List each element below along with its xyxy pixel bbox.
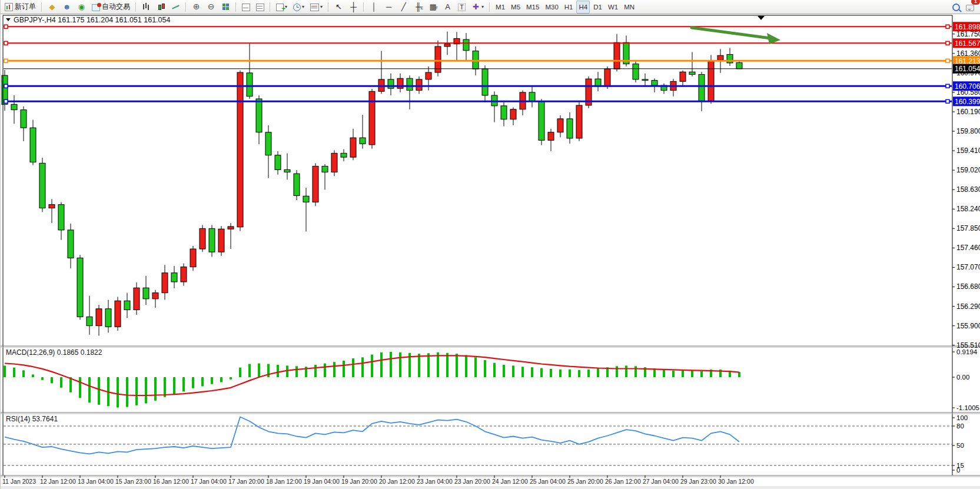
- indicator-window-icon[interactable]: [240, 1, 253, 14]
- search-icon[interactable]: [950, 1, 962, 14]
- crosshair-icon[interactable]: ┼: [347, 1, 360, 14]
- market-watch-icon[interactable]: ◆: [45, 1, 59, 14]
- horizontal-line-icon[interactable]: ─: [382, 1, 396, 14]
- time-axis-label: 17 Jan 04:00: [191, 478, 227, 485]
- zoom-in-icon[interactable]: ⊕: [190, 1, 203, 14]
- bear-candle: [124, 301, 130, 310]
- periods-glyph: [293, 4, 301, 11]
- signals-icon[interactable]: ◉: [75, 1, 88, 14]
- tf-m15[interactable]: M15: [524, 1, 542, 14]
- toolbar-separator: [270, 2, 271, 12]
- time-axis-label: 12 Jan 12:00: [40, 478, 76, 485]
- bear-candle: [294, 174, 300, 195]
- bear-candle: [642, 79, 648, 81]
- vertical-line-icon[interactable]: │: [367, 1, 381, 14]
- line-chart-icon-glyph: [171, 2, 180, 11]
- bear-candle: [275, 155, 281, 170]
- toolbar-separator: [363, 2, 364, 12]
- bear-candle: [689, 72, 695, 74]
- autotrading-button[interactable]: 自动交易: [89, 1, 132, 14]
- tf-m15-label: M15: [526, 4, 539, 11]
- time-axis-label: 30 Jan 12:00: [718, 478, 754, 485]
- equidistant-channel-icon[interactable]: ╫: [411, 1, 425, 14]
- bear-candle: [360, 138, 366, 144]
- zoom-out-icon-glyph: ⊖: [207, 2, 215, 11]
- tile-windows-icon-glyph: [221, 2, 230, 11]
- profile-icon[interactable]: ☻: [60, 1, 74, 14]
- chat-bubble-icon: [966, 5, 974, 11]
- bull-candle: [614, 42, 620, 69]
- add-indicator-button[interactable]: ▾: [274, 1, 290, 14]
- trendline-icon-glyph: ╱: [399, 2, 408, 11]
- time-axis-label: 24 Jan 12:00: [492, 478, 528, 485]
- support-line-2-right-handle[interactable]: [946, 99, 949, 103]
- price-tick-label: 158.630: [956, 185, 980, 194]
- templates-button[interactable]: ▾: [308, 1, 325, 14]
- bear-candle: [68, 230, 74, 258]
- tf-m30[interactable]: M30: [543, 1, 560, 14]
- resistance-line-1-left-handle[interactable]: [4, 25, 8, 28]
- support-line-1-right-handle[interactable]: [946, 84, 949, 88]
- resistance-line-1-right-handle[interactable]: [946, 25, 949, 28]
- bull-candle: [181, 267, 187, 282]
- bull-candle: [548, 132, 554, 141]
- bear-candle: [529, 92, 535, 101]
- candlestick-chart-icon[interactable]: [154, 1, 168, 14]
- bear-candle: [284, 169, 290, 172]
- search-icon: [952, 4, 960, 11]
- market-watch-icon-glyph: ◆: [48, 2, 57, 11]
- price-tick-label: 157.460: [956, 244, 980, 252]
- chart-window: 161.750161.360160.970160.580160.190159.8…: [1, 14, 980, 489]
- time-axis-label: 25 Jan 20:00: [567, 478, 603, 485]
- bar-chart-icon[interactable]: [139, 1, 153, 14]
- tf-w1[interactable]: W1: [606, 1, 620, 14]
- periods-button[interactable]: ▾: [291, 1, 307, 14]
- tf-mn[interactable]: MN: [622, 1, 637, 14]
- tf-m5-label: M5: [511, 4, 520, 11]
- support-line-2-left-handle[interactable]: [4, 99, 8, 103]
- new-order-button[interactable]: 新订单: [2, 1, 38, 14]
- resistance-line-2-right-handle[interactable]: [946, 41, 949, 45]
- bull-candle: [228, 227, 234, 229]
- cursor-icon[interactable]: ↖: [332, 1, 346, 14]
- price-tick-label: 157.070: [956, 263, 980, 271]
- macd-axis-label: 0.9194: [956, 348, 978, 355]
- tf-m1[interactable]: M1: [493, 1, 507, 14]
- text-icon[interactable]: A: [441, 1, 454, 14]
- macd-axis-label: -1.1005: [956, 404, 979, 411]
- line-chart-icon[interactable]: [169, 1, 182, 14]
- text-label-icon[interactable]: T: [456, 1, 468, 14]
- indicator-list-icon[interactable]: [254, 1, 267, 14]
- cursor-icon-glyph: ↖: [334, 2, 343, 11]
- support-line-2-price-label: 160.399: [955, 98, 980, 106]
- chat-icon[interactable]: 1: [964, 1, 976, 14]
- resistance-line-2-left-handle[interactable]: [4, 41, 8, 45]
- orange-level-line-left-handle[interactable]: [4, 59, 8, 62]
- support-line-1-left-handle[interactable]: [4, 84, 8, 88]
- tf-w1-label: W1: [608, 4, 618, 11]
- arrows-icon[interactable]: ✚▾: [469, 1, 486, 14]
- bull-candle: [134, 288, 139, 310]
- fibonacci-icon[interactable]: ▦: [426, 1, 440, 14]
- time-axis-label: 18 Jan 12:00: [266, 478, 302, 485]
- bear-candle: [11, 104, 17, 109]
- zoom-out-icon[interactable]: ⊖: [204, 1, 218, 14]
- tf-mn-label: MN: [624, 4, 634, 11]
- notification-badge: 1: [971, 0, 980, 5]
- tf-h1[interactable]: H1: [562, 1, 576, 14]
- tf-d1[interactable]: D1: [591, 1, 604, 14]
- orange-level-line-price-label: 161.213: [955, 57, 980, 65]
- price-tick-label: 159.410: [956, 147, 980, 155]
- bull-candle: [350, 138, 356, 157]
- price-tick-label: 159.020: [956, 166, 980, 174]
- time-axis-label: 19 Jan 04:00: [304, 478, 340, 485]
- price-tick-label: 158.240: [956, 205, 980, 213]
- tf-h4-label: H4: [579, 4, 587, 11]
- tf-m5[interactable]: M5: [509, 1, 523, 14]
- price-tick-label: 156.290: [956, 302, 980, 311]
- tf-h4[interactable]: H4: [576, 1, 590, 14]
- orange-level-line-right-handle[interactable]: [946, 59, 949, 62]
- trendline-icon[interactable]: ╱: [397, 1, 410, 14]
- tile-windows-icon[interactable]: [219, 1, 232, 14]
- bear-candle: [58, 205, 64, 230]
